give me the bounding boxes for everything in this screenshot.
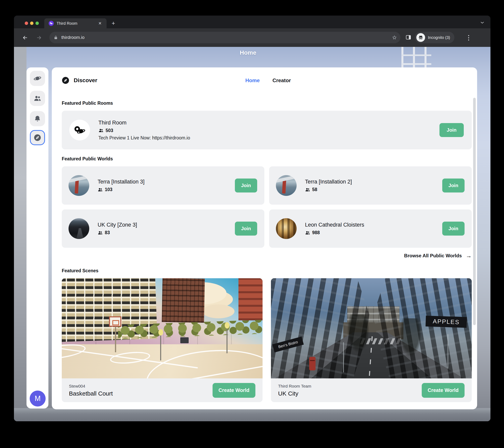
scene-name: Basketball Court: [69, 390, 213, 397]
join-world-button[interactable]: Join: [235, 222, 257, 235]
url-text: thirdroom.io: [61, 35, 392, 40]
world-avatar: [276, 175, 297, 196]
members-icon: [98, 187, 103, 192]
back-icon[interactable]: [21, 33, 30, 42]
panel-scrollbar[interactable]: [473, 98, 476, 325]
browser-tabstrip: Third Room ✕ +: [14, 16, 490, 28]
lock-icon: [54, 35, 58, 40]
tab-home[interactable]: Home: [245, 78, 260, 84]
room-avatar: [69, 120, 90, 140]
world-member-count: 58: [312, 187, 317, 192]
scene-card-uk-city: APPLES Ben's Bistro Third Room Team UK C…: [271, 278, 472, 402]
world-backdrop-floor: [14, 408, 490, 421]
tab-title: Third Room: [56, 21, 97, 26]
apples-sign: APPLES: [426, 315, 467, 328]
thirdroom-app: Home: [14, 47, 490, 421]
world-avatar: [276, 218, 297, 239]
members-icon: [305, 187, 310, 192]
members-icon: [98, 128, 104, 133]
create-world-button[interactable]: Create World: [213, 383, 255, 398]
room-name: Third Room: [98, 120, 439, 126]
join-world-button[interactable]: Join: [442, 178, 465, 193]
left-sidebar: M: [26, 67, 48, 409]
arrow-right-icon: →: [466, 253, 472, 259]
worlds-grid: Terra [Installation 3] 103 Join: [62, 166, 472, 248]
user-avatar[interactable]: M: [30, 390, 46, 407]
tab-search-chevron-icon[interactable]: [480, 20, 485, 25]
create-world-button[interactable]: Create World: [422, 383, 465, 398]
members-icon: [98, 230, 103, 235]
world-avatar: [69, 218, 89, 239]
browse-all-label: Browse All Public Worlds: [404, 253, 462, 258]
zoom-window-button[interactable]: [36, 21, 39, 25]
scene-author: Stew004: [69, 384, 213, 389]
world-name: UK City [Zone 3]: [98, 222, 235, 228]
thirdroom-favicon-icon: [49, 21, 54, 26]
screenshot-root: Third Room ✕ + thirdroom.io: [0, 0, 504, 448]
join-world-button[interactable]: Join: [442, 222, 465, 235]
section-heading-scenes: Featured Scenes: [62, 268, 472, 273]
world-backdrop-scaffold: [401, 47, 431, 68]
world-member-count: 83: [105, 230, 110, 235]
discover-title: Discover: [74, 77, 97, 84]
basketball-hoop: [109, 316, 121, 327]
browse-all-worlds-link[interactable]: Browse All Public Worlds →: [62, 253, 472, 259]
discover-header: Discover Home Creator: [52, 67, 477, 93]
join-world-button[interactable]: Join: [235, 178, 257, 193]
join-room-button[interactable]: Join: [439, 123, 464, 137]
room-card-third-room: Third Room 503 Tech Preview 1 Live Now: …: [62, 111, 472, 149]
world-card-uk-city-zone3: UK City [Zone 3] 83 Join: [62, 210, 264, 248]
incognito-label: Incognito (3): [428, 35, 450, 40]
planet-icon: [33, 74, 42, 83]
world-member-count: 103: [105, 187, 112, 192]
discover-tabs: Home Creator: [245, 78, 291, 84]
world-name: Terra [Installation 2]: [305, 179, 442, 185]
url-bar[interactable]: thirdroom.io: [49, 32, 400, 43]
minimize-window-button[interactable]: [30, 21, 34, 25]
tab-close-icon[interactable]: ✕: [97, 20, 103, 26]
world-backdrop-left: [14, 47, 26, 421]
people-icon: [34, 94, 41, 102]
new-tab-button[interactable]: +: [109, 19, 118, 28]
scene-preview-uk-city: APPLES Ben's Bistro: [271, 278, 472, 378]
world-member-count: 988: [312, 230, 320, 235]
world-avatar: [69, 175, 89, 196]
world-card-terra-2: Terra [Installation 2] 58 Join: [269, 166, 472, 205]
scene-footer: Stew004 Basketball Court Create World: [62, 378, 263, 402]
incognito-icon: [416, 33, 425, 42]
discover-compass-icon: [62, 77, 69, 84]
bookmark-star-icon[interactable]: [392, 35, 397, 40]
scenes-grid: Stew004 Basketball Court Create World: [62, 278, 472, 402]
sidebar-item-notifications[interactable]: [30, 111, 45, 126]
room-description: Tech Preview 1 Live Now: https://thirdro…: [98, 135, 439, 141]
window-controls: [25, 21, 39, 25]
incognito-badge[interactable]: Incognito (3): [415, 32, 454, 43]
discover-content: Featured Public Rooms Third Room 503: [52, 100, 477, 402]
bell-icon: [34, 115, 41, 122]
room-member-count: 503: [106, 128, 113, 133]
sidebar-item-discover[interactable]: [30, 130, 45, 145]
scene-author: Third Room Team: [278, 384, 422, 389]
side-panel-icon[interactable]: [405, 34, 411, 40]
compass-icon: [33, 134, 42, 142]
browser-window: Third Room ✕ + thirdroom.io: [14, 16, 490, 421]
section-heading-rooms: Featured Public Rooms: [62, 100, 472, 106]
scene-preview-basketball: [62, 278, 263, 378]
world-card-terra-3: Terra [Installation 3] 103 Join: [62, 166, 264, 205]
browser-menu-icon[interactable]: [465, 33, 472, 42]
sidebar-item-home-planet[interactable]: [30, 71, 45, 86]
scene-footer: Third Room Team UK City Create World: [271, 378, 472, 402]
forward-icon[interactable]: [35, 33, 43, 42]
scene-name: UK City: [278, 390, 422, 397]
sidebar-item-friends[interactable]: [30, 91, 45, 106]
browser-tab[interactable]: Third Room ✕: [44, 18, 107, 28]
world-name: Terra [Installation 3]: [98, 179, 235, 185]
scene-card-basketball-court: Stew004 Basketball Court Create World: [62, 278, 263, 402]
world-name: Leon Cathedral Cloisters: [305, 222, 442, 228]
red-postbox: [309, 357, 316, 370]
world-card-leon-cathedral: Leon Cathedral Cloisters 988 Join: [269, 210, 472, 248]
tab-creator[interactable]: Creator: [272, 78, 291, 84]
discover-panel: Discover Home Creator Featured Public Ro…: [52, 67, 477, 409]
close-window-button[interactable]: [25, 21, 28, 25]
browser-toolbar: thirdroom.io Incognito (3): [14, 28, 490, 47]
